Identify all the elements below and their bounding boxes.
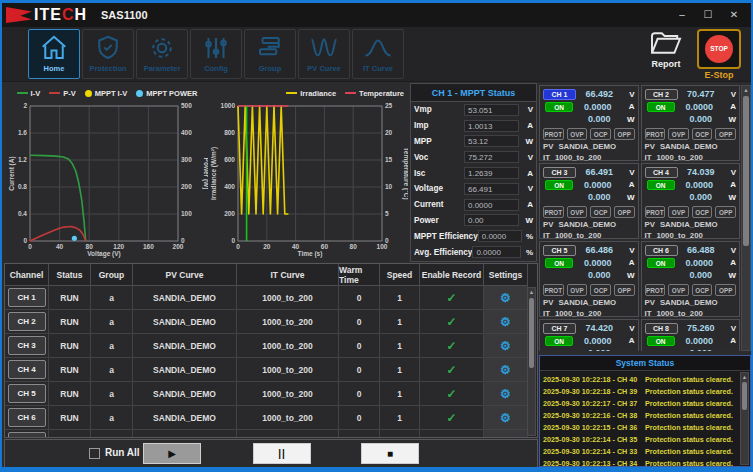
play-button[interactable]: ▶ bbox=[143, 443, 201, 464]
minimize-icon[interactable]: – bbox=[671, 7, 693, 23]
scroll-up-icon[interactable]: ▲ bbox=[742, 86, 750, 95]
mppt-row-value: 66.491 bbox=[464, 183, 519, 195]
ovp-button[interactable]: OVP bbox=[567, 128, 588, 140]
maximize-icon[interactable]: ☐ bbox=[697, 7, 719, 23]
tab-pv-curve[interactable]: PV Curve bbox=[298, 29, 350, 79]
on-toggle-button[interactable]: ON bbox=[647, 102, 675, 112]
tab-it-curve[interactable]: IT Curve bbox=[352, 29, 404, 79]
ocp-button[interactable]: OCP bbox=[692, 206, 713, 218]
settings-cell[interactable]: ⚙ bbox=[484, 286, 528, 310]
table-scrollbar[interactable]: ▲ bbox=[527, 287, 536, 436]
ovp-button[interactable]: OVP bbox=[668, 128, 689, 140]
opp-button[interactable]: OPP bbox=[614, 128, 635, 140]
channel-select-button[interactable]: CH 8 bbox=[645, 323, 678, 334]
run-all-checkbox[interactable] bbox=[89, 448, 100, 459]
close-icon[interactable]: ✕ bbox=[723, 7, 745, 23]
ovp-button[interactable]: OVP bbox=[567, 206, 588, 218]
mppt-row: Power 0.00 W bbox=[411, 213, 536, 229]
power-value: 0.000 bbox=[576, 192, 623, 202]
channel-button[interactable]: CH 2 bbox=[8, 312, 46, 331]
prot-button[interactable]: PROT bbox=[543, 128, 564, 140]
channel-select-button[interactable]: CH 4 bbox=[645, 167, 678, 178]
on-toggle-button[interactable]: ON bbox=[545, 180, 573, 190]
tab-home[interactable]: Home bbox=[28, 29, 80, 79]
run-all-label: Run All bbox=[105, 447, 140, 458]
on-toggle-button[interactable]: ON bbox=[545, 336, 573, 346]
log-scrollbar[interactable]: ▲ bbox=[740, 372, 749, 465]
settings-cell[interactable]: ⚙ bbox=[484, 406, 528, 430]
scrollbar-thumb[interactable] bbox=[743, 96, 749, 246]
opp-button[interactable]: OPP bbox=[614, 284, 635, 296]
on-toggle-button[interactable]: ON bbox=[545, 258, 573, 268]
current-value: 0.0000 bbox=[675, 336, 725, 346]
group-icon bbox=[255, 33, 285, 63]
opp-button[interactable]: OPP bbox=[614, 206, 635, 218]
speed-cell: 1 bbox=[380, 382, 420, 406]
enable-record-cell[interactable]: ✓ bbox=[420, 406, 484, 430]
pause-button[interactable]: || bbox=[253, 443, 311, 464]
mppt-status-title: CH 1 - MPPT Status bbox=[411, 84, 536, 102]
channel-button[interactable]: CH 5 bbox=[8, 384, 46, 403]
channel-select-button[interactable]: CH 6 bbox=[645, 245, 678, 256]
on-toggle-button[interactable]: ON bbox=[647, 258, 675, 268]
channel-select-button[interactable]: CH 2 bbox=[645, 89, 678, 100]
ovp-button[interactable]: OVP bbox=[668, 206, 689, 218]
prot-button[interactable]: PROT bbox=[645, 284, 666, 296]
opp-button[interactable]: OPP bbox=[715, 206, 736, 218]
channel-button[interactable]: CH 7 bbox=[8, 432, 46, 438]
settings-cell[interactable]: ⚙ bbox=[484, 382, 528, 406]
enable-record-cell[interactable]: ✓ bbox=[420, 382, 484, 406]
enable-record-cell[interactable]: ✓ bbox=[420, 334, 484, 358]
scroll-up-icon[interactable]: ▲ bbox=[528, 288, 535, 297]
settings-cell[interactable]: ⚙ bbox=[484, 430, 528, 438]
scrollbar-thumb[interactable] bbox=[742, 382, 747, 410]
channel-select-button[interactable]: CH 7 bbox=[543, 323, 576, 334]
settings-cell[interactable]: ⚙ bbox=[484, 358, 528, 382]
ovp-button[interactable]: OVP bbox=[668, 284, 689, 296]
report-button[interactable]: Report bbox=[649, 29, 683, 69]
ocp-button[interactable]: OCP bbox=[590, 206, 611, 218]
enable-record-cell[interactable]: ✓ bbox=[420, 310, 484, 334]
estop-button[interactable]: STOP bbox=[697, 29, 741, 69]
channel-button[interactable]: CH 6 bbox=[8, 408, 46, 427]
on-toggle-button[interactable]: ON bbox=[545, 102, 573, 112]
settings-cell[interactable]: ⚙ bbox=[484, 334, 528, 358]
ocp-button[interactable]: OCP bbox=[590, 128, 611, 140]
channel-button[interactable]: CH 3 bbox=[8, 336, 46, 355]
ovp-button[interactable]: OVP bbox=[567, 284, 588, 296]
channel-select-button[interactable]: CH 3 bbox=[543, 167, 576, 178]
channel-button[interactable]: CH 4 bbox=[8, 360, 46, 379]
settings-cell[interactable]: ⚙ bbox=[484, 310, 528, 334]
on-toggle-button[interactable]: ON bbox=[647, 180, 675, 190]
cards-scrollbar[interactable]: ▲ bbox=[741, 85, 751, 351]
channel-select-button[interactable]: CH 5 bbox=[543, 245, 576, 256]
scroll-up-icon[interactable]: ▲ bbox=[741, 373, 748, 382]
prot-button[interactable]: PROT bbox=[543, 206, 564, 218]
tab-protection[interactable]: Protection bbox=[82, 29, 134, 79]
channel-button[interactable]: CH 1 bbox=[8, 288, 46, 307]
opp-button[interactable]: OPP bbox=[715, 128, 736, 140]
opp-button[interactable]: OPP bbox=[715, 284, 736, 296]
settings-gear-icon: ⚙ bbox=[500, 387, 511, 401]
channel-select-button[interactable]: CH 1 bbox=[543, 89, 576, 100]
enable-record-cell[interactable]: ✓ bbox=[420, 286, 484, 310]
enable-record-cell[interactable]: ✓ bbox=[420, 430, 484, 438]
brand-text: ITECH bbox=[34, 6, 87, 24]
ocp-button[interactable]: OCP bbox=[692, 284, 713, 296]
voltage-unit: V bbox=[623, 168, 635, 177]
ocp-button[interactable]: OCP bbox=[590, 284, 611, 296]
prot-button[interactable]: PROT bbox=[543, 284, 564, 296]
svg-text:60: 60 bbox=[321, 243, 329, 250]
scrollbar-thumb[interactable] bbox=[529, 298, 534, 368]
prot-button[interactable]: PROT bbox=[645, 128, 666, 140]
table-header-cell: Enable Record bbox=[420, 264, 484, 286]
tab-parameter[interactable]: Parameter bbox=[136, 29, 188, 79]
tab-config[interactable]: Config bbox=[190, 29, 242, 79]
on-toggle-button[interactable]: ON bbox=[647, 336, 675, 346]
ocp-button[interactable]: OCP bbox=[692, 128, 713, 140]
tab-group[interactable]: Group bbox=[244, 29, 296, 79]
stop-button[interactable]: ■ bbox=[361, 443, 419, 464]
prot-button[interactable]: PROT bbox=[645, 206, 666, 218]
tab-home-label: Home bbox=[44, 64, 65, 73]
enable-record-cell[interactable]: ✓ bbox=[420, 358, 484, 382]
